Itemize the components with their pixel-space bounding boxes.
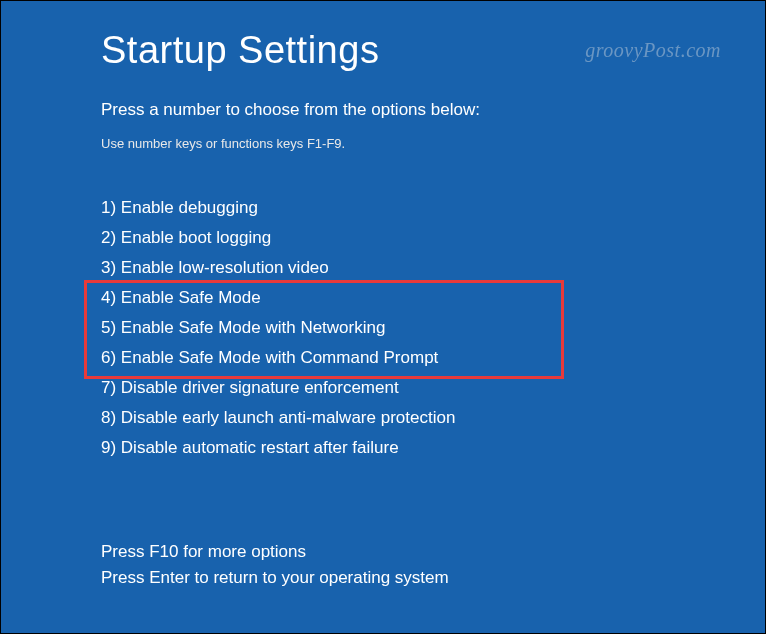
key-hint: Use number keys or functions keys F1-F9. <box>101 136 765 151</box>
option-3-enable-low-resolution-video[interactable]: 3) Enable low-resolution video <box>101 253 765 283</box>
return-hint: Press Enter to return to your operating … <box>101 565 449 591</box>
startup-settings-screen: Startup Settings Press a number to choos… <box>1 1 765 463</box>
watermark-text: groovyPost.com <box>585 39 721 62</box>
option-1-enable-debugging[interactable]: 1) Enable debugging <box>101 193 765 223</box>
option-7-disable-driver-signature-enforcement[interactable]: 7) Disable driver signature enforcement <box>101 373 765 403</box>
option-8-disable-early-launch-anti-malware[interactable]: 8) Disable early launch anti-malware pro… <box>101 403 765 433</box>
more-options-hint: Press F10 for more options <box>101 539 449 565</box>
choose-prompt: Press a number to choose from the option… <box>101 100 765 120</box>
footer-instructions: Press F10 for more options Press Enter t… <box>101 539 449 591</box>
option-4-enable-safe-mode[interactable]: 4) Enable Safe Mode <box>101 283 765 313</box>
option-6-enable-safe-mode-command-prompt[interactable]: 6) Enable Safe Mode with Command Prompt <box>101 343 765 373</box>
option-5-enable-safe-mode-networking[interactable]: 5) Enable Safe Mode with Networking <box>101 313 765 343</box>
option-9-disable-automatic-restart[interactable]: 9) Disable automatic restart after failu… <box>101 433 765 463</box>
option-2-enable-boot-logging[interactable]: 2) Enable boot logging <box>101 223 765 253</box>
options-list: 1) Enable debugging 2) Enable boot loggi… <box>101 193 765 463</box>
